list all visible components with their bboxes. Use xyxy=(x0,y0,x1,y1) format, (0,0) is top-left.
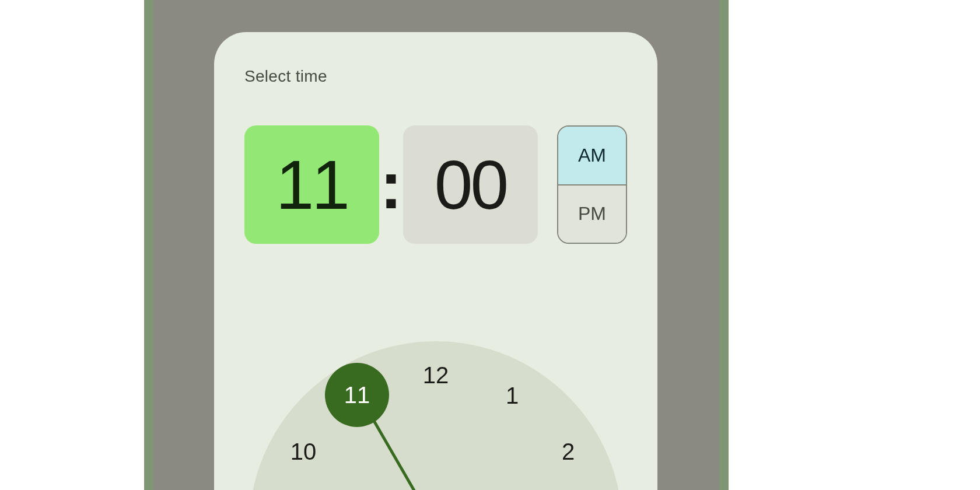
am-button[interactable]: AM xyxy=(558,127,626,186)
clock-face[interactable]: 11 12 1 2 10 xyxy=(249,341,622,490)
phone-frame-right xyxy=(719,0,729,490)
time-colon: : xyxy=(379,146,404,223)
hour-selector[interactable]: 11 xyxy=(244,125,379,244)
clock-hour-10[interactable]: 10 xyxy=(286,434,321,469)
clock-hour-1[interactable]: 1 xyxy=(495,378,530,413)
ampm-toggle: AM PM xyxy=(557,125,627,244)
dialog-title: Select time xyxy=(244,67,627,86)
phone-frame-left xyxy=(144,0,153,490)
time-picker-dialog: Select time 11 : 00 AM PM 11 12 1 2 10 xyxy=(214,32,657,490)
pm-button[interactable]: PM xyxy=(558,186,626,243)
minute-selector[interactable]: 00 xyxy=(403,125,538,244)
clock-hour-12[interactable]: 12 xyxy=(418,358,453,393)
clock-hour-2[interactable]: 2 xyxy=(551,434,586,469)
selected-hour-marker[interactable]: 11 xyxy=(325,363,389,427)
time-display-row: 11 : 00 AM PM xyxy=(244,125,627,244)
